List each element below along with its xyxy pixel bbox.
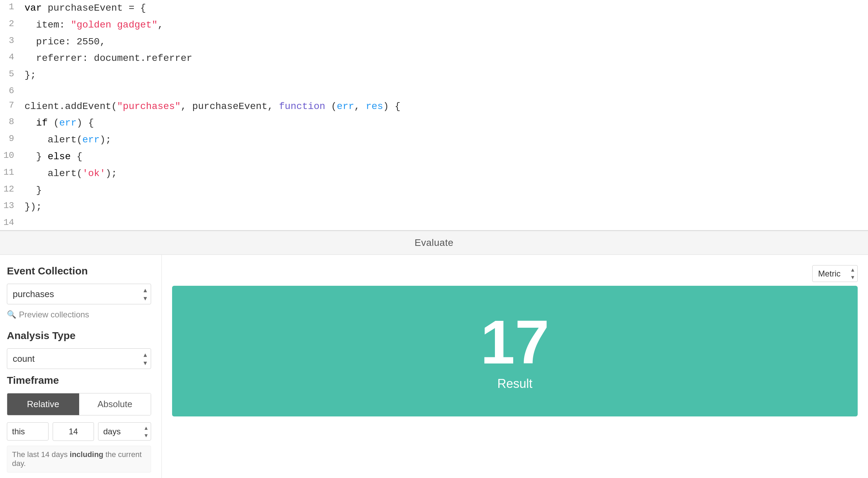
- timeframe-tab-group: Relative Absolute: [7, 393, 151, 415]
- search-icon: 🔍: [7, 310, 16, 319]
- result-card: 17 Result: [172, 286, 858, 416]
- evaluate-bar: Evaluate: [0, 231, 868, 255]
- code-line: 8 if (err) {: [0, 115, 868, 132]
- code-editor: 1 var purchaseEvent = { 2 item: "golden …: [0, 0, 868, 231]
- absolute-tab[interactable]: Absolute: [79, 393, 151, 415]
- code-line: 12 }: [0, 182, 868, 199]
- line-content: });: [24, 199, 868, 216]
- helper-bold: including: [70, 450, 104, 459]
- line-content: };: [24, 67, 868, 84]
- line-content: item: "golden gadget",: [24, 17, 868, 34]
- line-number: 7: [0, 98, 24, 115]
- code-line: 9 alert(err);: [0, 132, 868, 149]
- helper-text: The last 14 days including the current d…: [7, 446, 151, 472]
- line-content: [24, 84, 868, 98]
- code-line: 6: [0, 84, 868, 98]
- right-panel: MetricValueFunnel ▴▾ 17 Result </> Embed: [162, 255, 868, 478]
- event-collection-select[interactable]: purchasespageviewsclicks: [7, 284, 151, 304]
- preview-collections-link[interactable]: 🔍 Preview collections: [7, 310, 151, 319]
- line-number: 4: [0, 50, 24, 67]
- line-content: price: 2550,: [24, 34, 868, 51]
- code-line: 7 client.addEvent("purchases", purchaseE…: [0, 98, 868, 115]
- analysis-type-title: Analysis Type: [7, 330, 151, 341]
- relative-tab[interactable]: Relative: [7, 393, 79, 415]
- code-line: 3 price: 2550,: [0, 34, 868, 51]
- helper-prefix: The last 14 days: [12, 450, 70, 459]
- result-number: 17: [480, 311, 549, 373]
- code-line: 4 referrer: document.referrer: [0, 50, 868, 67]
- line-number: 2: [0, 17, 24, 34]
- result-label: Result: [497, 377, 532, 391]
- line-number: 9: [0, 132, 24, 149]
- preview-collections-label: Preview collections: [19, 310, 89, 319]
- code-line: 1 var purchaseEvent = {: [0, 0, 868, 17]
- code-line: 13 });: [0, 199, 868, 216]
- line-number: 5: [0, 67, 24, 84]
- timeframe-inputs: thisprevious daysweeksmonthsyears ▴▾: [7, 422, 151, 441]
- line-number: 1: [0, 0, 24, 17]
- metric-select[interactable]: MetricValueFunnel: [812, 265, 858, 282]
- line-content: [24, 216, 868, 230]
- code-line: 11 alert('ok');: [0, 165, 868, 182]
- line-content: client.addEvent("purchases", purchaseEve…: [24, 98, 868, 115]
- line-content: } else {: [24, 149, 868, 165]
- event-collection-title: Event Collection: [7, 265, 151, 277]
- line-number: 3: [0, 34, 24, 51]
- line-content: referrer: document.referrer: [24, 50, 868, 67]
- timeframe-days-select[interactable]: daysweeksmonthsyears: [98, 422, 151, 441]
- line-number: 11: [0, 165, 24, 182]
- line-number: 6: [0, 84, 24, 98]
- line-content: alert('ok');: [24, 165, 868, 182]
- analysis-type-select[interactable]: countsumaveragemaximumminimum: [7, 348, 151, 369]
- code-line: 5 };: [0, 67, 868, 84]
- code-line: 10 } else {: [0, 149, 868, 165]
- timeframe-this-select[interactable]: thisprevious: [7, 422, 49, 441]
- timeframe-days-wrapper: daysweeksmonthsyears ▴▾: [98, 422, 151, 441]
- timeframe-num-input[interactable]: [53, 422, 94, 441]
- line-number: 8: [0, 115, 24, 132]
- metric-selector: MetricValueFunnel ▴▾: [812, 265, 858, 282]
- timeframe-title: Timeframe: [7, 374, 151, 386]
- line-number: 12: [0, 182, 24, 199]
- event-collection-wrapper: purchasespageviewsclicks ▴▾: [7, 284, 151, 304]
- metric-select-wrapper: MetricValueFunnel ▴▾: [812, 265, 858, 282]
- analysis-type-wrapper: countsumaveragemaximumminimum ▴▾: [7, 348, 151, 369]
- left-panel: Event Collection purchasespageviewsclick…: [0, 255, 162, 478]
- line-number: 14: [0, 216, 24, 230]
- line-number: 13: [0, 199, 24, 216]
- bottom-section: Event Collection purchasespageviewsclick…: [0, 255, 868, 478]
- timeframe-this-wrapper: thisprevious: [7, 422, 49, 441]
- line-content: }: [24, 182, 868, 199]
- line-content: alert(err);: [24, 132, 868, 149]
- code-line: 14: [0, 216, 868, 230]
- line-content: if (err) {: [24, 115, 868, 132]
- line-number: 10: [0, 149, 24, 165]
- evaluate-label: Evaluate: [415, 237, 454, 248]
- timeframe-section: Timeframe Relative Absolute thisprevious…: [7, 374, 151, 472]
- line-content: var purchaseEvent = {: [24, 0, 868, 17]
- code-line: 2 item: "golden gadget",: [0, 17, 868, 34]
